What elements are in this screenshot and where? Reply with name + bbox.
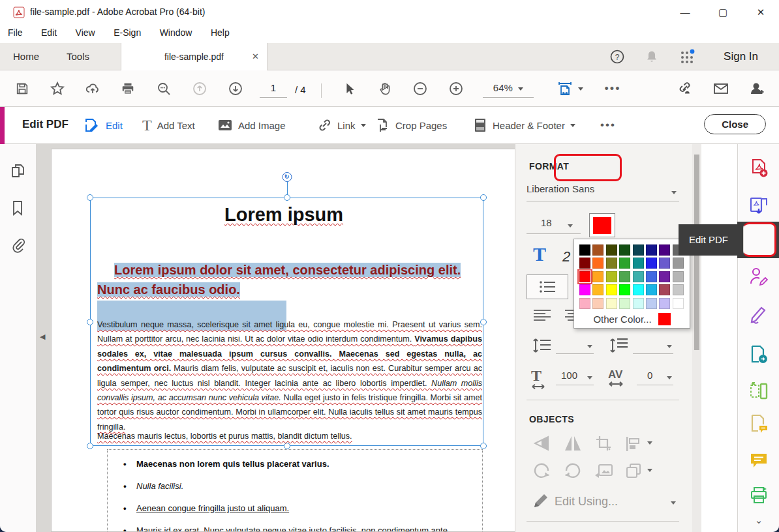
bullet-list-box[interactable]: Maecenas non lorem quis tellus placerat …: [107, 449, 483, 532]
palette-swatch[interactable]: [646, 244, 657, 256]
palette-swatch[interactable]: [619, 244, 630, 256]
subscript-icon[interactable]: 2: [562, 248, 570, 265]
arrange-objects-icon[interactable]: [625, 462, 642, 479]
hand-tool-icon[interactable]: [376, 80, 394, 98]
request-esignatures-icon[interactable]: [749, 267, 769, 286]
palette-swatch[interactable]: [673, 258, 684, 269]
palette-swatch[interactable]: [619, 258, 630, 269]
horizontal-scale-select[interactable]: 100: [556, 370, 594, 385]
replace-image-icon[interactable]: [594, 462, 613, 479]
palette-swatch[interactable]: [606, 284, 617, 295]
bulleted-list-button[interactable]: [527, 274, 568, 299]
resize-handle-nw[interactable]: [87, 194, 93, 201]
align-left-icon[interactable]: [534, 308, 552, 325]
other-color-swatch[interactable]: [658, 313, 671, 325]
compare-files-icon[interactable]: [749, 414, 769, 434]
align-objects-caret-icon[interactable]: [647, 441, 652, 445]
fill-and-sign-icon[interactable]: [749, 304, 769, 324]
closing-line[interactable]: Maecenas mauris lectus, lobortis et puru…: [97, 432, 482, 441]
apps-grid-icon[interactable]: [679, 43, 695, 70]
link-button[interactable]: Link: [316, 107, 366, 143]
editbar-more-icon[interactable]: •••: [600, 107, 616, 143]
notifications-bell-icon[interactable]: [645, 43, 659, 70]
resize-handle-n[interactable]: [284, 194, 290, 201]
star-icon[interactable]: [48, 80, 67, 98]
palette-swatch[interactable]: [659, 298, 670, 309]
palette-swatch[interactable]: [592, 298, 603, 309]
search-icon[interactable]: [155, 80, 173, 98]
palette-swatch[interactable]: [592, 284, 603, 295]
palette-swatch[interactable]: [592, 244, 603, 256]
palette-swatch[interactable]: [633, 271, 644, 282]
tab-document[interactable]: file-sample.pdf ✕: [121, 43, 267, 70]
close-edit-pdf-button[interactable]: Close: [704, 114, 766, 134]
superscript-icon[interactable]: T: [533, 243, 546, 265]
palette-swatch[interactable]: [579, 271, 590, 282]
tab-close-icon[interactable]: ✕: [252, 43, 259, 70]
palette-swatch[interactable]: [646, 271, 657, 282]
palette-swatch[interactable]: [619, 271, 630, 282]
comments-icon[interactable]: [749, 451, 769, 470]
profile-add-icon[interactable]: [748, 80, 766, 98]
palette-swatch[interactable]: [606, 271, 617, 282]
help-icon[interactable]: ?: [609, 43, 625, 70]
palette-swatch[interactable]: [579, 284, 590, 295]
edit-using-caret-icon[interactable]: [671, 501, 676, 505]
font-color-button[interactable]: [589, 213, 615, 237]
previous-page-icon[interactable]: [191, 80, 209, 98]
resize-handle-s[interactable]: [284, 443, 290, 449]
palette-swatch[interactable]: [659, 244, 670, 256]
page-thumbnails-icon[interactable]: [10, 162, 27, 179]
flip-horizontal-icon[interactable]: [564, 435, 582, 452]
email-icon[interactable]: [712, 80, 730, 98]
save-icon[interactable]: [13, 80, 31, 98]
palette-swatch[interactable]: [633, 284, 644, 295]
zoom-out-icon[interactable]: [411, 80, 429, 98]
palette-swatch[interactable]: [673, 271, 684, 282]
resize-handle-se[interactable]: [480, 443, 487, 449]
menu-window[interactable]: Window: [156, 25, 196, 40]
page-number-input[interactable]: 1: [260, 82, 287, 98]
rotate-handle[interactable]: ↻: [282, 172, 292, 182]
sign-in-button[interactable]: Sign In: [724, 43, 758, 70]
print-production-icon[interactable]: [749, 486, 769, 505]
resize-handle-ne[interactable]: [480, 194, 487, 201]
resize-handle-sw[interactable]: [87, 443, 93, 449]
zoom-level-select[interactable]: 64%: [483, 82, 534, 98]
flip-vertical-icon[interactable]: [532, 435, 551, 452]
document-heading[interactable]: Lorem ipsum: [52, 204, 515, 226]
organize-pages-icon[interactable]: [749, 381, 769, 401]
rotate-cw-icon[interactable]: [564, 462, 582, 479]
palette-swatch[interactable]: [646, 284, 657, 295]
edit-tool-button[interactable]: Edit: [84, 107, 123, 143]
align-objects-icon[interactable]: [625, 436, 642, 452]
tab-home[interactable]: Home: [5, 43, 47, 70]
font-family-select[interactable]: Liberation Sans: [527, 183, 679, 201]
collapse-left-pane-icon[interactable]: ◀: [40, 332, 45, 341]
close-window-button[interactable]: ✕: [742, 0, 779, 25]
menu-edit[interactable]: Edit: [37, 25, 61, 40]
palette-swatch[interactable]: [619, 298, 630, 309]
tab-tools[interactable]: Tools: [59, 43, 97, 70]
resize-handle-w[interactable]: [87, 319, 93, 325]
crop-pages-button[interactable]: Crop Pages: [374, 107, 447, 143]
panel-scrollbar[interactable]: [692, 144, 701, 532]
other-color-label[interactable]: Other Color...: [593, 314, 651, 325]
rotate-ccw-icon[interactable]: [532, 462, 551, 479]
palette-swatch[interactable]: [606, 298, 617, 309]
crop-object-icon[interactable]: [595, 435, 612, 452]
palette-swatch[interactable]: [659, 258, 670, 269]
body-paragraph[interactable]: Vestibulum neque massa, scelerisque sit …: [97, 318, 482, 434]
palette-swatch[interactable]: [673, 284, 684, 295]
menu-esign[interactable]: E-Sign: [110, 25, 145, 40]
attachments-icon[interactable]: [10, 237, 27, 254]
font-size-select[interactable]: 18: [527, 217, 581, 234]
palette-swatch[interactable]: [673, 298, 684, 309]
bookmarks-icon[interactable]: [10, 200, 27, 216]
minimize-button[interactable]: —: [667, 0, 703, 25]
palette-swatch[interactable]: [659, 284, 670, 295]
add-image-button[interactable]: Add Image: [217, 107, 286, 143]
send-for-review-icon[interactable]: [749, 345, 769, 364]
add-text-button[interactable]: T Add Text: [142, 107, 195, 143]
export-pdf-icon[interactable]: [749, 196, 769, 216]
